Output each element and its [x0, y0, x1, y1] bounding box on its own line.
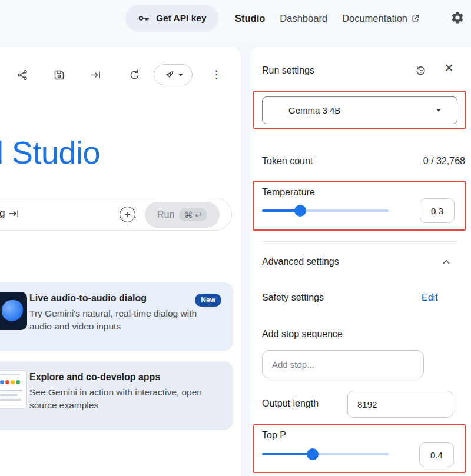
slider-thumb[interactable] — [294, 205, 306, 217]
promo-card-codevelop[interactable]: Explore and co-develop apps See Gemini i… — [0, 361, 233, 430]
arrow-to-bar-icon[interactable] — [88, 68, 102, 82]
new-badge: New — [195, 294, 221, 307]
run-settings-title: Run settings — [262, 65, 314, 76]
get-api-key-label: Get API key — [156, 13, 207, 24]
add-media-button[interactable]: + — [120, 207, 135, 222]
top-p-label: Top P — [262, 430, 286, 441]
prompt-input[interactable]: g + Run ⌘ ↵ — [0, 198, 232, 231]
more-vert-glyph: ⋮ — [211, 68, 223, 82]
nav-documentation[interactable]: Documentation — [342, 13, 420, 24]
promo-card-title: Live audio-to-audio dialog — [29, 293, 147, 304]
temperature-slider[interactable] — [262, 205, 389, 217]
chevron-down-icon — [436, 109, 441, 112]
token-count-row: Token count 0 / 32,768 — [262, 156, 465, 167]
temperature-value[interactable]: 0.3 — [420, 198, 455, 223]
editor-panel: ⋮ l Studio g + Run ⌘ ↵ Live audio-to-aud… — [0, 47, 241, 476]
promo-card-description: See Gemini in action with interactive, o… — [29, 386, 207, 412]
audio-dialog-icon — [0, 292, 27, 330]
promo-card-description: Try Gemini's natural, real-time dialog w… — [29, 307, 207, 333]
output-length-input[interactable] — [347, 391, 453, 418]
nav-documentation-label: Documentation — [342, 13, 407, 24]
get-api-key-button[interactable]: Get API key — [125, 5, 218, 32]
nav-dashboard[interactable]: Dashboard — [280, 13, 327, 24]
close-icon: × — [445, 59, 453, 76]
key-icon — [137, 12, 150, 25]
rocket-icon — [164, 69, 175, 81]
prompt-text: g — [0, 208, 5, 219]
model-selector[interactable]: Gemma 3 4B — [262, 96, 457, 124]
divider — [262, 241, 457, 242]
settings-button[interactable] — [450, 11, 465, 25]
save-icon[interactable] — [52, 68, 66, 82]
more-vert-icon[interactable]: ⋮ — [210, 68, 224, 82]
output-length-label: Output length — [262, 398, 319, 409]
external-link-icon — [411, 14, 420, 23]
advanced-settings-label[interactable]: Advanced settings — [262, 257, 339, 267]
run-settings-panel: Run settings × Gemma 3 4B Token count 0 … — [250, 47, 471, 476]
apps-thumbnail-icon — [0, 370, 27, 409]
share-icon[interactable] — [15, 68, 29, 82]
slider-fill — [262, 453, 313, 455]
top-nav: Studio Dashboard Documentation — [235, 0, 420, 36]
refresh-icon[interactable] — [127, 68, 141, 82]
safety-edit-link[interactable]: Edit — [422, 292, 438, 303]
nav-studio[interactable]: Studio — [235, 13, 265, 24]
temperature-label: Temperature — [262, 187, 315, 198]
run-shortcut-hint: ⌘ ↵ — [179, 208, 207, 221]
promo-card-title: Explore and co-develop apps — [29, 372, 160, 382]
reset-icon — [414, 65, 427, 77]
top-p-value[interactable]: 0.4 — [419, 442, 454, 467]
reset-settings-button[interactable] — [414, 65, 427, 77]
top-header: Get API key Studio Dashboard Documentati… — [0, 0, 471, 41]
run-button-label: Run — [157, 209, 174, 220]
top-p-slider[interactable] — [262, 448, 389, 460]
stop-sequence-label: Add stop sequence — [262, 329, 343, 339]
page-title: l Studio — [0, 134, 100, 171]
promo-card-live-audio[interactable]: Live audio-to-audio dialog New Try Gemin… — [0, 282, 233, 351]
chevron-up-icon[interactable] — [441, 257, 452, 267]
stop-sequence-input[interactable] — [262, 350, 424, 378]
model-runner-dropdown[interactable] — [154, 64, 193, 85]
gear-icon — [450, 11, 465, 25]
tab-arrow-icon — [8, 208, 20, 219]
chevron-down-icon — [178, 74, 183, 76]
safety-settings-label: Safety settings — [262, 292, 324, 303]
token-count-value: 0 / 32,768 — [423, 156, 465, 167]
close-panel-button[interactable]: × — [445, 60, 453, 75]
slider-thumb[interactable] — [307, 448, 319, 460]
token-count-label: Token count — [262, 156, 313, 167]
run-button[interactable]: Run ⌘ ↵ — [145, 202, 220, 228]
prompt-placeholder-fragment: g — [0, 208, 20, 219]
model-selector-value: Gemma 3 4B — [288, 105, 340, 115]
